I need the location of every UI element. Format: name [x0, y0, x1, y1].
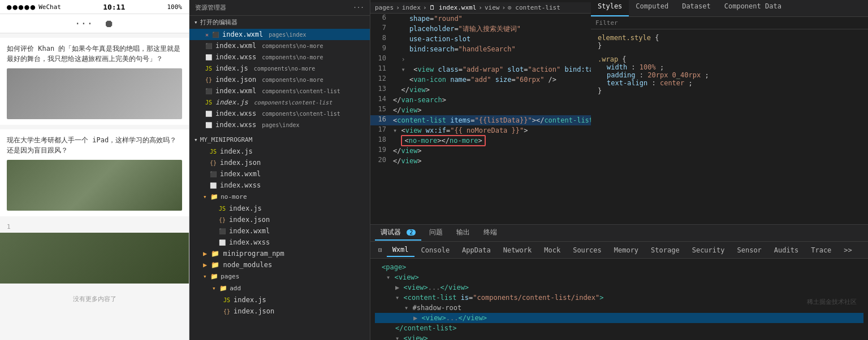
- tab-computed[interactable]: Computed: [629, 0, 675, 16]
- no-more-file-wxss[interactable]: ⬜ index.wxss: [189, 237, 370, 248]
- folder-name: no-more: [221, 193, 247, 200]
- tab-sources[interactable]: Sources: [567, 244, 607, 256]
- file-item-6[interactable]: JS index.js components\content-list: [189, 97, 370, 108]
- css-brace-open: {: [655, 34, 659, 42]
- signal-icon: ●●●●●: [7, 2, 36, 11]
- folder-node-modules[interactable]: ▶ 📁 node_modules: [189, 259, 370, 271]
- file-item-0[interactable]: ✕ ⬛ index.wxml pages\index: [189, 29, 370, 40]
- editor-area: 资源管理器 ··· ▾ 打开的编辑器 ✕ ⬛ index.wxml pages\…: [189, 0, 868, 340]
- tab-component-data[interactable]: Component Data: [718, 0, 788, 16]
- wxml-node-content-list-close[interactable]: </content-list>: [375, 323, 863, 333]
- tab-dataset[interactable]: Dataset: [675, 0, 718, 16]
- project-file-js[interactable]: JS index.js: [189, 146, 370, 157]
- add-folder[interactable]: ▾ 📁 add: [189, 282, 370, 294]
- filter-label: Filter: [595, 19, 618, 27]
- tab-output[interactable]: 输出: [451, 225, 476, 241]
- file-name: index.wxml: [215, 87, 256, 95]
- wxml-node-shadow-root[interactable]: ▾ #shadow-root: [375, 303, 863, 313]
- open-editors-label: 打开的编辑器: [200, 18, 237, 27]
- phone-panel: ●●●●● WeChat 10:11 100% ··· ⏺ 如何评价 Khan …: [0, 0, 189, 340]
- wxml-node-page[interactable]: <page>: [375, 262, 863, 272]
- tab-more[interactable]: >>: [838, 244, 857, 256]
- code-line-15: 15 </view>: [370, 105, 591, 115]
- menu-icon[interactable]: ···: [75, 18, 93, 29]
- tab-styles[interactable]: Styles: [591, 0, 629, 16]
- add-file-js[interactable]: JS index.js: [189, 294, 370, 306]
- file-path: pages\index: [262, 122, 299, 128]
- devtools-bottom-tabs: ⊡ Wxml Console AppData Network Mock Sour…: [370, 242, 868, 259]
- code-line-17: 17 ▾ <view wx:if="{{ noMoreData }}">: [370, 125, 591, 136]
- file-item-5[interactable]: ⬛ index.wxml components\content-list: [189, 85, 370, 97]
- file-path: components\no-more: [262, 54, 323, 60]
- folder-icon: ▾ 📁: [212, 285, 227, 292]
- file-item-4[interactable]: {} index.json components\no-more: [189, 74, 370, 85]
- pages-folder[interactable]: ▾ 📁 pages: [189, 271, 370, 282]
- tab-sensor[interactable]: Sensor: [731, 244, 767, 256]
- tab-terminal[interactable]: 终端: [478, 225, 503, 241]
- folder-icon: ▾ 📁: [203, 273, 218, 280]
- tab-console[interactable]: Console: [416, 244, 456, 256]
- add-file-json[interactable]: {} index.json: [189, 306, 370, 317]
- wxml-node-view2[interactable]: ▾ <view>: [375, 333, 863, 340]
- wxml-node-view1[interactable]: ▾ <view>: [375, 272, 863, 282]
- feed-number: 1: [0, 221, 189, 233]
- css-wrap-selector: .wrap: [598, 55, 618, 63]
- file-path: components\content-list: [254, 99, 332, 106]
- folder-name: pages: [221, 273, 239, 280]
- main-panel: 资源管理器 ··· ▾ 打开的编辑器 ✕ ⬛ index.wxml pages\…: [189, 0, 868, 340]
- file-item-8[interactable]: ⬜ index.wxss pages\index: [189, 119, 370, 130]
- wxml-node-view-collapsed[interactable]: ▶ <view>...</view>: [375, 282, 863, 293]
- no-more-folder[interactable]: ▾ 📁 no-more: [189, 191, 370, 203]
- code-line-20: 20 </view>: [370, 156, 591, 166]
- code-editor[interactable]: pages › index › 🗒 index.wxml › view › ⊙ …: [370, 0, 591, 224]
- tab-wxml[interactable]: Wxml: [387, 243, 414, 257]
- tab-mock[interactable]: Mock: [538, 244, 566, 256]
- code-line-9: 9 bind:search="handleSearch": [370, 44, 591, 54]
- explorer-menu-icon[interactable]: ···: [353, 4, 364, 11]
- wxml-tree: <page> ▾ <view> ▶ <view>...</view> ▾ <co…: [370, 259, 868, 340]
- tab-security[interactable]: Security: [686, 244, 731, 256]
- file-name: index.wxml: [215, 42, 256, 50]
- project-file-wxml[interactable]: ⬛ index.wxml: [189, 168, 370, 180]
- file-item-3[interactable]: JS index.js components\no-more: [189, 63, 370, 74]
- file-name: index.js: [215, 64, 248, 72]
- code-line-13: 13 </view>: [370, 85, 591, 95]
- file-item-1[interactable]: ⬛ index.wxml components\no-more: [189, 40, 370, 51]
- tab-audits[interactable]: Audits: [768, 244, 804, 256]
- file-name: index.wxml: [229, 227, 270, 235]
- file-item-2[interactable]: ⬜ index.wxss components\no-more: [189, 51, 370, 63]
- wxss-icon: ⬜: [219, 239, 226, 246]
- feed-item: 如何评价 Khan 的「如果今年真是我的绝唱，那这里就是最好的舞台，我只想给这趟…: [0, 38, 189, 125]
- project-section[interactable]: ▾ MY_MINIPROGRAM: [189, 134, 370, 146]
- feed-text-1: 如何评价 Khan 的「如果今年真是我的绝唱，那这里就是最好的舞台，我只想给这趟…: [7, 43, 182, 64]
- tab-storage[interactable]: Storage: [645, 244, 685, 256]
- cursor-icon[interactable]: ⊡: [375, 244, 386, 256]
- no-more-file-json[interactable]: {} index.json: [189, 214, 370, 225]
- open-editors-section[interactable]: ▾ 打开的编辑器: [189, 16, 370, 29]
- tab-problems[interactable]: 问题: [424, 225, 448, 241]
- close-icon[interactable]: ✕: [205, 32, 209, 38]
- tab-memory[interactable]: Memory: [608, 244, 644, 256]
- tab-appdata[interactable]: AppData: [456, 244, 496, 256]
- tab-debugger[interactable]: 调试器 2: [375, 225, 421, 241]
- file-name: index.wxml: [220, 170, 261, 178]
- project-file-wxss[interactable]: ⬜ index.wxss: [189, 180, 370, 191]
- wxml-node-view-selected[interactable]: ▶ <view>...</view>: [375, 313, 863, 323]
- js-icon: JS: [219, 206, 226, 212]
- record-icon[interactable]: ⏺: [104, 18, 114, 29]
- file-name: index.wxss: [215, 121, 256, 129]
- folder-icon: ▶ 📁: [203, 250, 219, 258]
- tab-network[interactable]: Network: [498, 244, 538, 256]
- breadcrumb-item: ⊙ content-list: [508, 4, 560, 11]
- file-item-7[interactable]: ⬜ index.wxss components\content-list: [189, 108, 370, 119]
- no-more-file-js[interactable]: JS index.js: [189, 203, 370, 214]
- file-name: index.json: [234, 307, 274, 315]
- folder-miniprogram-npm[interactable]: ▶ 📁 miniprogram_npm: [189, 248, 370, 259]
- tab-trace[interactable]: Trace: [805, 244, 837, 256]
- file-name: index.json: [229, 216, 270, 224]
- no-more-file-wxml[interactable]: ⬛ index.wxml: [189, 225, 370, 237]
- breadcrumb-item: index: [402, 4, 421, 11]
- wxml-node-content-list[interactable]: ▾ <content-list is="components/content-l…: [375, 293, 863, 303]
- carrier-label: WeChat: [38, 3, 61, 11]
- project-file-json[interactable]: {} index.json: [189, 157, 370, 168]
